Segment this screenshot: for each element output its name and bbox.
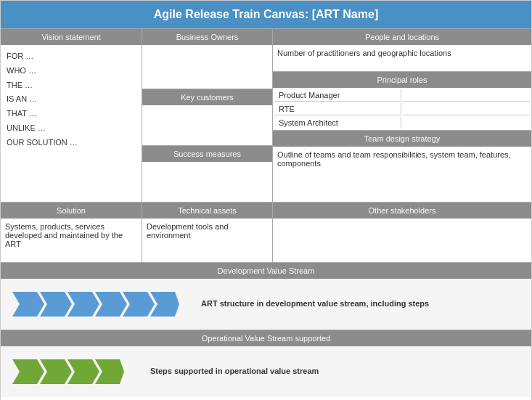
dvs-arrows	[12, 289, 179, 319]
vision-item-5: THAT …	[7, 107, 136, 121]
role-label-1: Product Manager	[274, 89, 401, 102]
ovs-body: Steps supported in operational value str…	[1, 346, 531, 397]
team-design-header: Team design strategy	[273, 131, 531, 147]
other-header: Other stakeholders	[273, 203, 531, 219]
people-locations-body: Number of practitioners and geographic l…	[273, 45, 531, 71]
dvs-header: Development Value Stream	[1, 263, 531, 279]
svg-marker-1	[40, 292, 72, 317]
solution-header: Solution	[1, 203, 142, 219]
role-value-3	[403, 117, 530, 128]
ovs-arrow-svg	[12, 356, 128, 387]
svg-marker-6	[12, 359, 44, 384]
technical-col: Technical assets Development tools and e…	[142, 203, 273, 262]
other-body	[273, 219, 531, 262]
people-locations-header: People and locations	[273, 29, 531, 45]
vision-items: FOR … WHO … THE … IS AN … THAT … UNLIKE …	[1, 45, 142, 155]
principal-roles-container: Principal roles Product Manager RTE	[273, 72, 531, 130]
business-owners-header: Business Owners	[142, 29, 272, 45]
people-locations-section: People and locations Number of practitio…	[273, 29, 531, 72]
technical-body: Development tools and environment	[142, 219, 272, 262]
ovs-section: Operational Value Stream supported Steps…	[1, 330, 531, 397]
success-measures-cell: Success measures	[142, 146, 272, 202]
role-value-1	[403, 89, 530, 102]
ovs-text: Steps supported in operational value str…	[150, 366, 319, 377]
principal-roles-section: Principal roles Product Manager RTE	[273, 72, 531, 131]
main-grid: Vision statement FOR … WHO … THE … IS AN…	[1, 28, 531, 202]
table-row: Product Manager	[274, 89, 530, 102]
roles-table: Product Manager RTE System Architect	[273, 88, 531, 130]
key-customers-body	[142, 105, 272, 145]
vision-item-7: OUR SOLUTION …	[7, 136, 136, 150]
success-measures-body	[142, 162, 272, 202]
role-value-2	[403, 103, 530, 115]
vision-item-2: WHO …	[7, 64, 136, 78]
vision-item-6: UNLIKE …	[7, 121, 136, 136]
dvs-text: ART structure in development value strea…	[201, 298, 429, 309]
canvas-title: Agile Release Train Canvas: [ART Name]	[1, 1, 531, 28]
role-label-2: RTE	[274, 103, 401, 115]
middle-col: Business Owners Key customers Success me…	[142, 29, 273, 202]
svg-marker-3	[95, 292, 127, 317]
team-design-body: Outline of teams and team responsibiliti…	[273, 147, 531, 183]
svg-marker-2	[67, 292, 99, 317]
dvs-section: Development Value Stream ART structure i…	[1, 263, 531, 330]
solution-body: Systems, products, services developed an…	[1, 219, 142, 262]
success-measures-header: Success measures	[142, 146, 272, 162]
svg-marker-0	[12, 292, 44, 317]
vision-item-3: THE …	[7, 78, 136, 93]
bottom-grid: Solution Systems, products, services dev…	[1, 202, 531, 263]
vision-col: Vision statement FOR … WHO … THE … IS AN…	[1, 29, 142, 202]
ovs-header: Operational Value Stream supported	[1, 330, 531, 346]
vision-item-4: IS AN …	[7, 92, 136, 107]
footer: © Scaled Agile, Inc.	[1, 397, 531, 400]
team-design-section: Team design strategy Outline of teams an…	[273, 131, 531, 183]
business-owners-cell: Business Owners	[142, 29, 272, 89]
business-owners-body	[142, 45, 272, 89]
dvs-body: ART structure in development value strea…	[1, 279, 531, 330]
key-customers-header: Key customers	[142, 89, 272, 105]
other-col: Other stakeholders	[273, 203, 531, 262]
right-col: People and locations Number of practitio…	[273, 29, 531, 202]
role-label-3: System Architect	[274, 117, 401, 128]
dvs-arrow-svg	[12, 289, 179, 319]
svg-marker-8	[67, 359, 99, 384]
canvas-wrapper: Agile Release Train Canvas: [ART Name] V…	[0, 0, 532, 400]
svg-marker-4	[123, 292, 155, 317]
table-row: RTE	[274, 103, 530, 115]
ovs-arrows	[12, 356, 128, 387]
key-customers-cell: Key customers	[142, 89, 272, 146]
principal-roles-header: Principal roles	[273, 72, 531, 88]
svg-marker-7	[40, 359, 72, 384]
vision-item-1: FOR …	[7, 49, 136, 64]
technical-header: Technical assets	[142, 203, 272, 219]
vision-header: Vision statement	[1, 29, 142, 45]
table-row: System Architect	[274, 117, 530, 128]
solution-col: Solution Systems, products, services dev…	[1, 203, 142, 262]
